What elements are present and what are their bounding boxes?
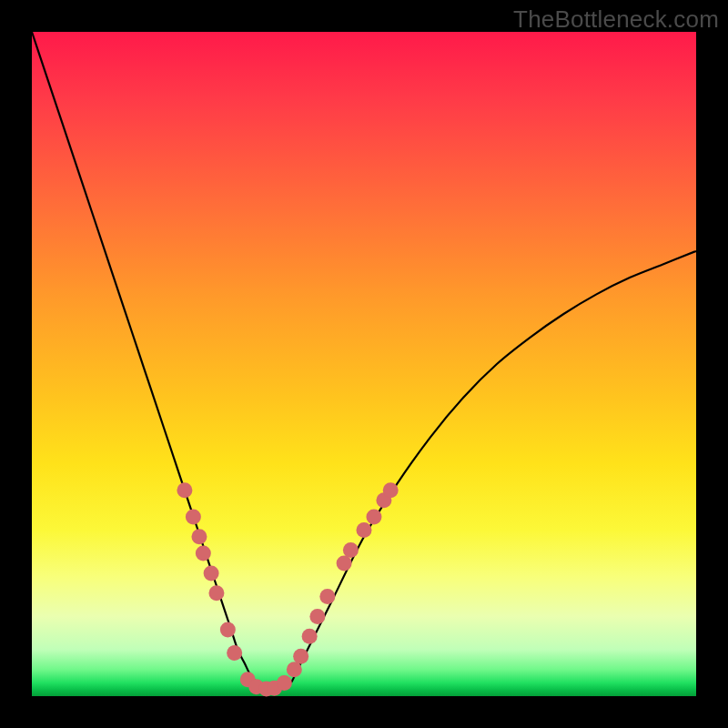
curve-marker <box>191 529 207 544</box>
curve-marker <box>208 585 224 601</box>
curve-marker <box>196 546 211 561</box>
curve-marker <box>227 645 242 661</box>
curve-marker <box>277 675 292 691</box>
curve-marker <box>383 482 399 498</box>
curve-marker <box>319 589 335 604</box>
curve-marker <box>220 622 236 638</box>
curve-marker <box>287 662 302 677</box>
curve-marker <box>204 565 219 581</box>
chart-frame: TheBottleneck.com <box>0 0 728 728</box>
curve-marker <box>337 556 352 571</box>
curve-marker <box>177 482 192 498</box>
bottleneck-curve <box>32 32 696 690</box>
curve-marker <box>302 629 318 644</box>
plot-area <box>32 32 696 696</box>
curve-marker <box>293 649 308 664</box>
curve-marker <box>186 509 201 524</box>
curve-markers <box>177 482 398 696</box>
curve-svg <box>32 32 696 696</box>
curve-marker <box>366 509 381 524</box>
watermark-text: TheBottleneck.com <box>513 5 719 34</box>
curve-marker <box>309 609 325 624</box>
curve-marker <box>357 522 372 538</box>
curve-marker <box>343 542 359 558</box>
